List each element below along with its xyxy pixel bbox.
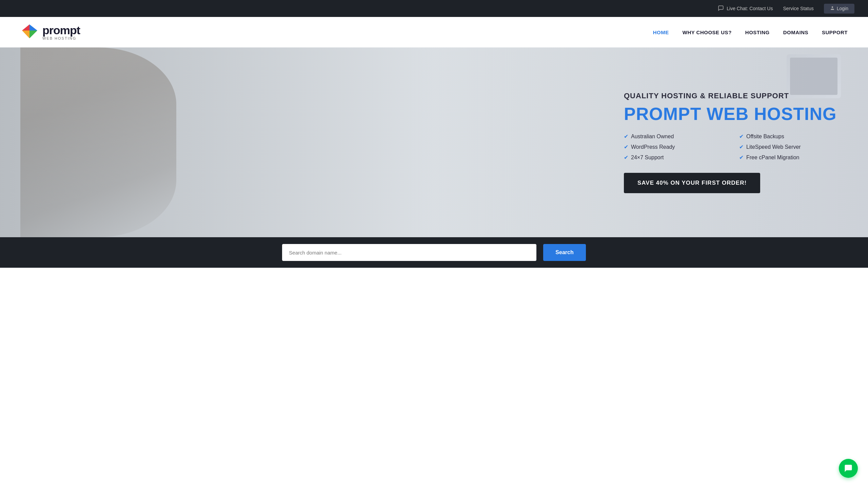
feature-6: ✔ Free cPanel Migration [739,154,841,161]
header: prompt WEB HOSTING HOME WHY CHOOSE US? H… [0,17,868,47]
feature-4: ✔ Offsite Backups [739,133,841,140]
feature-label-1: Australian Owned [631,134,674,140]
domain-search-input[interactable] [282,244,536,261]
feature-label-6: Free cPanel Migration [746,155,800,161]
check-icon-1: ✔ [624,133,628,140]
nav-domains[interactable]: DOMAINS [783,29,808,35]
chat-bubble-icon [718,5,724,12]
feature-label-3: 24×7 Support [631,155,664,161]
top-bar: Live Chat: Contact Us Service Status Log… [0,0,868,17]
nav-support[interactable]: SUPPORT [822,29,848,35]
feature-3: ✔ 24×7 Support [624,154,726,161]
logo-subtitle: WEB HOSTING [42,37,80,40]
nav-home[interactable]: HOME [653,29,669,35]
check-icon-5: ✔ [739,144,744,150]
logo[interactable]: prompt WEB HOSTING [20,23,80,42]
hero-title: PROMPT WEB HOSTING [624,104,841,124]
search-button[interactable]: Search [543,244,586,261]
check-icon-6: ✔ [739,154,744,161]
nav-hosting[interactable]: HOSTING [745,29,770,35]
svg-marker-2 [22,24,29,30]
hero-features: ✔ Australian Owned ✔ Offsite Backups ✔ W… [624,133,841,161]
hero-section: QUALITY HOSTING & RELIABLE SUPPORT PROMP… [0,47,868,237]
live-chat-link[interactable]: Live Chat: Contact Us [718,5,773,12]
logo-name: prompt [42,24,80,36]
check-icon-3: ✔ [624,154,628,161]
check-icon-4: ✔ [739,133,744,140]
feature-label-4: Offsite Backups [746,134,784,140]
login-button[interactable]: Login [824,4,854,14]
feature-label-5: LiteSpeed Web Server [746,144,801,150]
service-status-link[interactable]: Service Status [783,6,813,11]
bottom-search-section: Search [0,237,868,268]
user-icon [830,6,835,12]
nav-why-choose[interactable]: WHY CHOOSE US? [683,29,732,35]
service-status-label: Service Status [783,6,813,11]
main-nav: HOME WHY CHOOSE US? HOSTING DOMAINS SUPP… [653,29,848,35]
feature-1: ✔ Australian Owned [624,133,726,140]
check-icon-2: ✔ [624,144,628,150]
logo-text: prompt WEB HOSTING [42,24,80,40]
hero-content: QUALITY HOSTING & RELIABLE SUPPORT PROMP… [617,85,848,200]
live-chat-label: Live Chat: Contact Us [727,6,773,11]
login-label: Login [837,6,848,11]
svg-marker-1 [29,30,37,38]
cta-button[interactable]: SAVE 40% ON YOUR FIRST ORDER! [624,173,760,193]
feature-2: ✔ WordPress Ready [624,144,726,150]
svg-marker-3 [22,30,29,38]
logo-icon [20,23,39,42]
hero-person-image [20,47,176,237]
feature-label-2: WordPress Ready [631,144,675,150]
feature-5: ✔ LiteSpeed Web Server [739,144,841,150]
svg-marker-0 [29,24,37,30]
hero-subtitle: QUALITY HOSTING & RELIABLE SUPPORT [624,92,841,100]
